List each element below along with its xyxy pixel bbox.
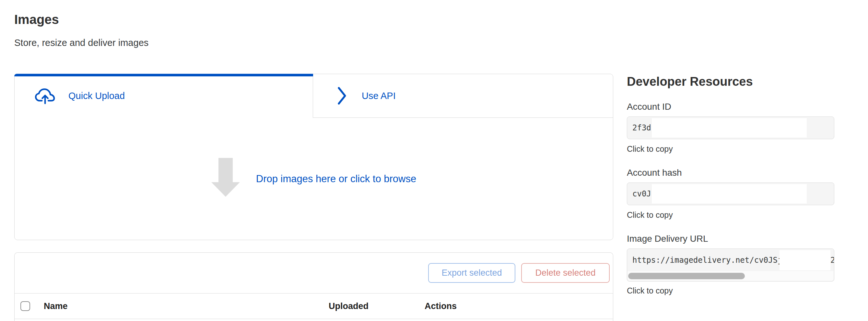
account-hash-value: cv0J [632, 183, 651, 205]
images-page: Images Store, resize and deliver images … [0, 0, 868, 321]
account-hash-copy-hint: Click to copy [627, 210, 673, 220]
developer-resources-panel: Developer Resources Account ID 2f3d Clic… [627, 74, 834, 89]
image-delivery-url-text-area: https://imagedelivery.net/cv0JSj 2 [627, 249, 834, 272]
active-tab-indicator [14, 74, 313, 76]
tab-use-api-label: Use API [362, 91, 396, 101]
developer-resources-heading: Developer Resources [627, 74, 834, 89]
image-delivery-url-value: https://imagedelivery.net/cv0JSj [632, 249, 782, 272]
page-subtitle: Store, resize and deliver images [14, 37, 149, 48]
account-id-label: Account ID [627, 102, 671, 112]
upload-card: Quick Upload Use API Drop images here or… [14, 74, 613, 240]
account-hash-redaction [652, 184, 807, 204]
url-horizontal-scrollbar-track [627, 271, 834, 281]
account-hash-copy-box[interactable]: cv0J [627, 182, 834, 205]
column-header-actions: Actions [425, 301, 457, 311]
select-all-checkbox[interactable] [21, 301, 30, 311]
export-selected-button[interactable]: Export selected [428, 263, 515, 283]
column-header-uploaded: Uploaded [329, 301, 369, 311]
image-delivery-url-label: Image Delivery URL [627, 234, 708, 244]
account-id-redaction [652, 118, 807, 138]
image-delivery-url-copy-hint: Click to copy [627, 286, 673, 295]
dropzone-label: Drop images here or click to browse [256, 173, 416, 185]
account-id-value: 2f3d [632, 117, 651, 139]
image-table-card: Export selected Delete selected Name Upl… [14, 252, 613, 321]
cloud-upload-icon [34, 88, 57, 105]
image-delivery-url-redaction [779, 250, 830, 270]
tab-use-api[interactable]: Use API [313, 74, 613, 118]
image-delivery-url-copy-box[interactable]: https://imagedelivery.net/cv0JSj 2 [627, 249, 834, 282]
account-id-copy-box[interactable]: 2f3d [627, 116, 834, 139]
image-delivery-url-clipped-char: 2 [830, 249, 834, 272]
delete-selected-button[interactable]: Delete selected [521, 263, 610, 283]
tab-quick-upload-label: Quick Upload [68, 91, 125, 101]
column-header-name: Name [44, 301, 68, 311]
account-id-copy-hint: Click to copy [627, 144, 673, 154]
arrow-down-icon [211, 158, 240, 197]
account-hash-label: Account hash [627, 168, 682, 178]
chevron-right-icon [337, 86, 347, 105]
table-header-row: Name Uploaded Actions [14, 293, 613, 319]
tab-quick-upload[interactable]: Quick Upload [14, 74, 313, 118]
url-horizontal-scrollbar-thumb[interactable] [628, 273, 745, 279]
image-dropzone[interactable]: Drop images here or click to browse [14, 118, 613, 240]
page-title: Images [14, 12, 59, 27]
